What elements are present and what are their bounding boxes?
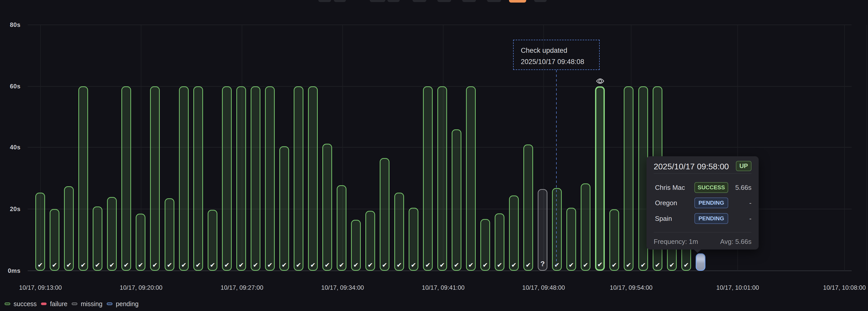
bar-success-09:33[interactable]: ✔ xyxy=(337,185,346,271)
annotation-box[interactable]: Check updated 2025/10/17 09:48:08 xyxy=(513,40,600,70)
bar-success-09:32[interactable]: ✔ xyxy=(322,144,332,271)
checkmark-icon: ✔ xyxy=(79,261,87,269)
legend: success failure missing pending xyxy=(5,299,138,308)
toolbar-button-active[interactable] xyxy=(509,0,526,3)
checkmark-icon: ✔ xyxy=(409,261,417,269)
bar-success-09:17[interactable]: ✔ xyxy=(107,197,117,271)
duration-value: - xyxy=(749,215,751,223)
bar-success-09:18[interactable]: ✔ xyxy=(121,86,131,271)
checkmark-icon: ✔ xyxy=(668,261,676,269)
bar-success-09:15[interactable]: ✔ xyxy=(79,86,88,271)
bar-success-09:40[interactable]: ✔ xyxy=(437,86,447,271)
x-axis-label: 10/17, 09:48:00 xyxy=(522,284,565,291)
checkmark-icon: ✔ xyxy=(596,261,603,268)
bar-success-09:21[interactable]: ✔ xyxy=(165,198,174,271)
checkmark-icon: ✔ xyxy=(122,261,130,269)
toolbar-button[interactable] xyxy=(370,0,385,2)
y-axis-label: 0ms xyxy=(0,267,21,275)
checkmark-icon: ✔ xyxy=(51,261,59,269)
checkmark-icon: ✔ xyxy=(309,261,317,269)
bar-success-09:42[interactable]: ✔ xyxy=(466,86,476,271)
bar-success-09:49[interactable]: ✔ xyxy=(566,208,576,271)
checkmark-icon: ✔ xyxy=(495,261,504,269)
checkmark-icon: ✔ xyxy=(237,261,245,269)
legend-item-failure[interactable]: failure xyxy=(41,300,67,308)
y-axis-label: 20s xyxy=(0,205,21,213)
checkmark-icon: ✔ xyxy=(223,261,231,269)
checkmark-icon: ✔ xyxy=(65,261,73,269)
legend-item-pending[interactable]: pending xyxy=(107,300,138,308)
bar-missing-09:47[interactable]: ? xyxy=(538,189,548,271)
bar-success-09:19[interactable]: ✔ xyxy=(136,214,146,271)
divider xyxy=(654,173,751,174)
checkmark-icon: ✔ xyxy=(294,261,303,269)
checkmark-icon: ✔ xyxy=(395,261,403,269)
bar-success-09:12[interactable]: ✔ xyxy=(35,193,45,271)
toolbar-button[interactable] xyxy=(534,0,547,2)
bar-success-09:53[interactable]: ✔ xyxy=(624,86,633,271)
bar-success-09:46[interactable]: ✔ xyxy=(523,144,533,271)
bar-success-09:22[interactable]: ✔ xyxy=(179,86,189,271)
uptime-bar-chart-panel: 80s60s40s20s0ms10/17, 09:13:0010/17, 09:… xyxy=(0,0,868,311)
toolbar-button[interactable] xyxy=(318,0,331,2)
tooltip-row: Chris Mac SUCCESS 5.66s xyxy=(655,182,751,193)
checkmark-icon: ✔ xyxy=(653,261,662,269)
toolbar-button[interactable] xyxy=(487,0,501,2)
bar-success-09:43[interactable]: ✔ xyxy=(480,219,490,271)
toolbar-button[interactable] xyxy=(388,0,400,2)
bar-success-09:36[interactable]: ✔ xyxy=(380,158,390,271)
toolbar-button[interactable] xyxy=(462,0,476,2)
checkmark-icon: ✔ xyxy=(582,261,590,269)
checkmark-icon: ✔ xyxy=(108,261,116,269)
bar-pending-09:58[interactable] xyxy=(696,253,705,271)
bar-success-09:26[interactable]: ✔ xyxy=(236,86,246,271)
x-axis-label: 10/17, 09:54:00 xyxy=(610,284,653,291)
bar-success-09:45[interactable]: ✔ xyxy=(509,195,519,271)
checkmark-icon: ✔ xyxy=(524,261,532,269)
bar-success-09:34[interactable]: ✔ xyxy=(351,220,361,271)
bar-success-09:16[interactable]: ✔ xyxy=(93,206,102,271)
checkmark-icon: ✔ xyxy=(639,261,647,269)
tooltip-up-badge: UP xyxy=(736,161,751,171)
bar-success-09:23[interactable]: ✔ xyxy=(193,86,203,271)
bar-success-09:48[interactable]: ✔ xyxy=(552,188,562,271)
annotation-line xyxy=(556,70,557,268)
x-axis-label: 10/17, 10:01:00 xyxy=(716,284,759,291)
bar-success-09:31[interactable]: ✔ xyxy=(308,86,318,271)
bar-success-09:28[interactable]: ✔ xyxy=(265,86,275,271)
checkmark-icon: ✔ xyxy=(251,261,260,269)
bar-success-09:38[interactable]: ✔ xyxy=(409,208,418,271)
bar-success-09:39[interactable]: ✔ xyxy=(423,86,433,271)
legend-item-success[interactable]: success xyxy=(5,300,37,308)
eye-icon[interactable] xyxy=(595,78,605,85)
tooltip-footer: Frequency: 1m Avg: 5.66s xyxy=(654,238,751,246)
checkmark-icon: ✔ xyxy=(380,261,389,269)
toolbar-button[interactable] xyxy=(437,0,451,2)
checkmark-icon: ✔ xyxy=(266,261,274,269)
checkmark-icon: ✔ xyxy=(209,261,217,269)
bar-success-09:27[interactable]: ✔ xyxy=(251,86,260,271)
bar-success-09:24[interactable]: ✔ xyxy=(208,210,217,271)
bar-success-09:25[interactable]: ✔ xyxy=(222,86,232,271)
checkmark-icon: ✔ xyxy=(93,261,102,269)
bar-success-09:51[interactable]: ✔ xyxy=(595,86,605,271)
checkmark-icon: ✔ xyxy=(180,261,188,269)
x-axis-label: 10/17, 09:13:00 xyxy=(19,284,62,291)
bar-success-09:52[interactable]: ✔ xyxy=(610,209,619,271)
bar-success-09:41[interactable]: ✔ xyxy=(452,130,461,271)
bar-success-09:13[interactable]: ✔ xyxy=(50,209,59,271)
bar-success-09:20[interactable]: ✔ xyxy=(150,86,160,271)
bar-success-09:50[interactable]: ✔ xyxy=(581,183,590,271)
bar-success-09:29[interactable]: ✔ xyxy=(279,146,289,271)
toolbar-button[interactable] xyxy=(412,0,426,2)
toolbar-button[interactable] xyxy=(334,0,346,2)
legend-item-missing[interactable]: missing xyxy=(72,300,102,308)
status-badge-pending: PENDING xyxy=(694,198,728,208)
bar-success-09:35[interactable]: ✔ xyxy=(365,211,375,271)
bar-success-09:30[interactable]: ✔ xyxy=(294,86,303,271)
bar-success-09:37[interactable]: ✔ xyxy=(394,193,404,271)
duration-value: 5.66s xyxy=(735,184,751,192)
bar-success-09:44[interactable]: ✔ xyxy=(495,214,504,271)
bar-success-09:14[interactable]: ✔ xyxy=(64,186,74,271)
status-badge-pending: PENDING xyxy=(694,213,728,224)
